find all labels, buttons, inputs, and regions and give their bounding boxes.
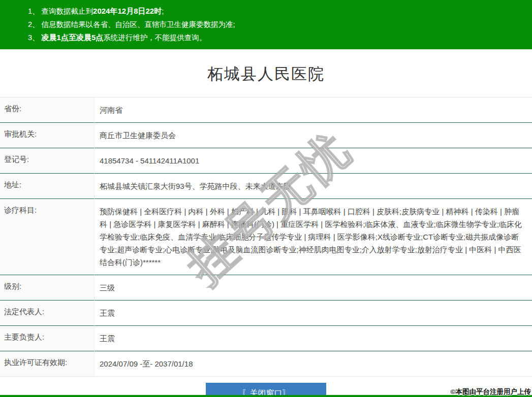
row-label: 法定代表人: — [0, 301, 95, 326]
hospital-info-table: 省份: 河南省 审批机关: 商丘市卫生健康委员会 登记号: 41854734 -… — [0, 97, 532, 377]
row-label: 地址: — [0, 174, 95, 199]
page-title: 柘城县人民医院 — [0, 49, 532, 97]
table-row-approval-authority: 审批机关: 商丘市卫生健康委员会 — [0, 123, 532, 148]
notice-3-text: 3、 — [28, 34, 42, 42]
notice-2-text: 2、 信息数据结果以各省、自治区、直辖市卫生健康委数据为准; — [28, 20, 235, 28]
row-value: 柘城县城关镇汇泉大街93号、学苑路中段、未来大道东段 — [95, 174, 532, 199]
table-row-registration-number: 登记号: 41854734 - 541142411A1001 — [0, 148, 532, 174]
notice-bar: 1、 查询数据截止到2024年12月8日22时; 2、 信息数据结果以各省、自治… — [0, 0, 532, 49]
row-label: 执业许可证有效期: — [0, 351, 95, 377]
table-row-legal-representative: 法定代表人: 王震 — [0, 301, 532, 326]
notice-3-bold: 凌晨1点至凌晨5点 — [42, 33, 104, 42]
row-value: 41854734 - 541142411A1001 — [95, 148, 532, 174]
row-value: 2024/07/09 -至- 2037/01/18 — [95, 351, 532, 377]
table-row-address: 地址: 柘城县城关镇汇泉大街93号、学苑路中段、未来大道东段 — [0, 174, 532, 199]
notice-1-text: 1、 查询数据截止到 — [28, 7, 93, 15]
row-label: 级别: — [0, 275, 95, 301]
table-row-medical-departments: 诊疗科目: 预防保健科 | 全科医疗科 | 内科 | 外科 | 妇产科 | 儿科… — [0, 199, 532, 275]
notice-1-bold: 2024年12月8日22时 — [93, 7, 162, 15]
row-label: 登记号: — [0, 148, 95, 174]
row-value: 河南省 — [95, 97, 532, 123]
table-row-person-in-charge: 主要负责人: 王震 — [0, 326, 532, 351]
notice-3-suffix: 系统进行维护，不能提供查询。 — [103, 34, 206, 42]
table-row-level: 级别: 三级 — [0, 275, 532, 301]
notice-1-suffix: ; — [162, 7, 164, 15]
row-label: 省份: — [0, 97, 95, 123]
notice-line-2: 2、 信息数据结果以各省、自治区、直辖市卫生健康委数据为准; — [28, 18, 522, 31]
row-label: 诊疗科目: — [0, 199, 95, 275]
row-value: 王震 — [95, 326, 532, 351]
table-row-license-validity: 执业许可证有效期: 2024/07/09 -至- 2037/01/18 — [0, 351, 532, 377]
row-label: 审批机关: — [0, 123, 95, 148]
row-value: 预防保健科 | 全科医疗科 | 内科 | 外科 | 妇产科 | 儿科 | 眼科 … — [95, 199, 532, 275]
table-row-province: 省份: 河南省 — [0, 97, 532, 123]
row-value: 王震 — [95, 301, 532, 326]
row-label: 主要负责人: — [0, 326, 95, 351]
row-value: 三级 — [95, 275, 532, 301]
notice-line-3: 3、 凌晨1点至凌晨5点系统进行维护，不能提供查询。 — [28, 31, 522, 44]
notice-line-1: 1、 查询数据截止到2024年12月8日22时; — [28, 5, 522, 18]
upload-credit-text: ©本图由平台注册用户上传 — [451, 387, 531, 396]
row-value: 商丘市卫生健康委员会 — [95, 123, 532, 148]
